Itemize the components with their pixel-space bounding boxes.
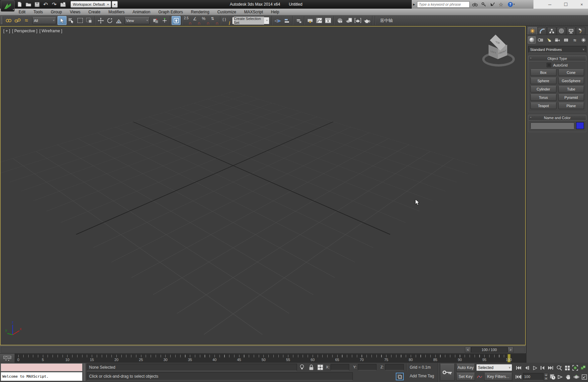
zoom-extents-all-button[interactable] xyxy=(579,364,587,372)
x-coordinate-input[interactable] xyxy=(331,364,349,370)
key-filters-button[interactable]: Key Filters... xyxy=(484,373,512,381)
undo-button[interactable]: ↶▾ xyxy=(42,1,49,8)
viewcube[interactable]: LEFT FRONT TOP xyxy=(481,33,516,68)
material-editor-button[interactable] xyxy=(335,16,344,25)
menu-graph-editors[interactable]: Graph Editors xyxy=(154,9,187,15)
curve-editor-button[interactable] xyxy=(315,16,324,25)
mirror-button[interactable]: ◁ ▶ xyxy=(273,16,282,25)
keyboard-shortcut-override-toggle[interactable] xyxy=(172,16,181,25)
edit-named-selection-sets-button[interactable]: { } / xyxy=(222,16,231,25)
favorites-button[interactable]: ☆ xyxy=(498,1,504,8)
perspective-viewport[interactable]: [ + ] [ Perspective ] [ Wireframe ] LEFT… xyxy=(0,26,526,345)
previous-frame-arrow[interactable]: < xyxy=(465,347,471,353)
percent-snap-toggle-button[interactable]: % ∩ xyxy=(201,16,210,25)
select-and-move-button[interactable] xyxy=(96,16,105,25)
tab-motion[interactable] xyxy=(557,27,566,35)
y-coordinate-input[interactable] xyxy=(358,364,376,370)
toolbar-grip[interactable] xyxy=(1,17,3,25)
selection-lock-toggle[interactable] xyxy=(308,364,314,371)
subtab-cameras[interactable] xyxy=(554,36,562,44)
set-keys-button[interactable] xyxy=(440,364,455,381)
zoom-all-button[interactable] xyxy=(563,364,571,372)
orbit-view-button[interactable] xyxy=(572,373,580,381)
select-and-rotate-button[interactable] xyxy=(105,16,114,25)
key-scope-dropdown[interactable]: Selected ˅ xyxy=(476,364,512,371)
viewport-general-menu[interactable]: [ + ] xyxy=(3,29,10,33)
custom-script-button[interactable]: 居中轴 xyxy=(376,18,396,24)
angle-snap-toggle-button[interactable]: ∠ ∩ xyxy=(192,16,201,25)
redo-button[interactable]: ↷▾ xyxy=(51,1,58,8)
adaptive-degradation-toggle[interactable] xyxy=(396,373,404,380)
z-coordinate-input[interactable] xyxy=(385,364,404,370)
zoom-extents-button[interactable] xyxy=(571,364,579,372)
tab-display[interactable] xyxy=(566,27,576,35)
zoom-button[interactable]: ± xyxy=(555,364,563,372)
select-object-button[interactable] xyxy=(58,16,67,25)
menu-maxscript[interactable]: MAXScript xyxy=(240,9,267,15)
align-button[interactable] xyxy=(282,16,291,25)
next-frame-arrow[interactable]: > xyxy=(508,347,514,353)
objtype-box[interactable]: Box xyxy=(530,69,556,76)
manage-layers-button[interactable] xyxy=(294,16,303,25)
current-frame-input[interactable] xyxy=(523,373,543,380)
tab-utilities[interactable] xyxy=(576,27,585,35)
new-scene-button[interactable] xyxy=(16,1,23,8)
rectangular-selection-region-button[interactable] xyxy=(75,16,84,25)
listener-splitter[interactable] xyxy=(83,363,85,381)
communication-center-button[interactable] xyxy=(489,1,496,8)
toggle-ribbon-button[interactable] xyxy=(306,16,315,25)
named-selection-sets-combo[interactable]: Create Selection Set ˅ xyxy=(232,17,269,24)
tab-create[interactable] xyxy=(528,27,537,35)
auto-key-button[interactable]: Auto Key xyxy=(456,364,475,372)
select-and-manipulate-button[interactable] xyxy=(160,16,169,25)
subtab-shapes[interactable] xyxy=(536,36,544,44)
field-of-view-button[interactable] xyxy=(556,373,564,381)
render-production-button[interactable] xyxy=(362,16,371,25)
subtab-space-warps[interactable]: ≈ xyxy=(571,36,579,44)
subtab-systems[interactable] xyxy=(579,36,587,44)
snaps-toggle-button[interactable]: 2.5 ∩ xyxy=(183,16,192,25)
bind-to-space-warp-button[interactable]: ≈ xyxy=(22,16,31,25)
select-and-scale-button[interactable] xyxy=(114,16,123,25)
isolate-selection-toggle[interactable] xyxy=(299,364,305,371)
tab-hierarchy[interactable] xyxy=(547,27,556,35)
search-button[interactable] xyxy=(472,1,478,8)
pan-view-button[interactable] xyxy=(564,373,572,381)
unlink-selection-button[interactable] xyxy=(13,16,22,25)
add-time-tag[interactable]: Add Time Tag xyxy=(410,374,434,378)
subtab-geometry[interactable] xyxy=(528,36,536,44)
frame-spinner[interactable]: ▲ ▼ xyxy=(544,373,548,380)
subtab-lights[interactable] xyxy=(545,36,553,44)
go-to-end-button[interactable] xyxy=(547,364,554,372)
reference-coordinate-system-dropdown[interactable]: View ˅ xyxy=(124,17,150,24)
window-crossing-toggle-button[interactable] xyxy=(84,16,93,25)
objtype-tube[interactable]: Tube xyxy=(558,86,584,93)
objtype-sphere[interactable]: Sphere xyxy=(530,78,556,84)
objtype-torus[interactable]: Torus xyxy=(530,94,556,101)
previous-frame-button[interactable] xyxy=(523,364,531,372)
render-setup-button[interactable] xyxy=(344,16,353,25)
menu-animation[interactable]: Animation xyxy=(129,9,154,15)
objtype-plane[interactable]: Plane xyxy=(558,102,584,109)
menu-views[interactable]: Views xyxy=(66,9,84,15)
autogrid-checkbox[interactable] xyxy=(547,63,551,67)
menu-group[interactable]: Group xyxy=(47,9,66,15)
go-to-start-button[interactable] xyxy=(514,364,522,372)
object-name-input[interactable] xyxy=(530,122,574,129)
menu-customize[interactable]: Customize xyxy=(213,9,240,15)
maxscript-mini-listener[interactable]: Welcome to MAXScript. xyxy=(1,372,82,381)
key-mode-toggle-button[interactable] xyxy=(514,373,522,381)
time-slider-track[interactable] xyxy=(1,347,525,353)
time-slider-handle[interactable]: < 100 / 100 > xyxy=(465,347,514,353)
open-file-button[interactable] xyxy=(25,1,32,8)
objtype-cylinder[interactable]: Cylinder xyxy=(530,86,556,93)
spinner-snap-toggle-button[interactable]: ⇅ ∩ xyxy=(210,16,219,25)
close-button[interactable]: × xyxy=(577,1,586,8)
infocenter-flyout-icon[interactable]: ▶ xyxy=(413,3,415,6)
workspace-selector[interactable]: Workspace: Default ▾ ▾ xyxy=(71,1,118,8)
viewport-shading-menu[interactable]: [ Wireframe ] xyxy=(39,29,62,33)
maximize-viewport-toggle-button[interactable] xyxy=(580,373,588,381)
set-key-button[interactable]: Set Key xyxy=(456,373,475,381)
next-frame-button[interactable] xyxy=(538,364,546,372)
object-type-rollout-header[interactable]: - Object Type xyxy=(528,56,586,61)
